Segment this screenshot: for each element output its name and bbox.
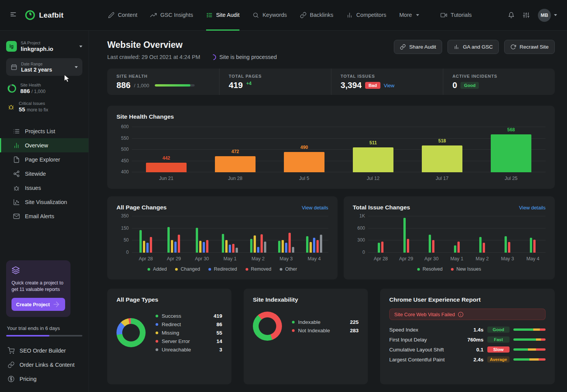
- view-issues-link[interactable]: View: [384, 83, 395, 88]
- bar-group: [160, 216, 188, 253]
- ga-gsc-button[interactable]: GA and GSC: [447, 40, 499, 54]
- share-audit-button[interactable]: Share Audit: [394, 40, 442, 54]
- legend-item: Other: [280, 266, 297, 272]
- project-selector[interactable]: lg SA Project linkgraph.io: [6, 41, 82, 52]
- filters-sliders-icon[interactable]: [523, 12, 529, 18]
- bar: [530, 238, 532, 253]
- nav-item-backlinks[interactable]: Backlinks: [300, 0, 333, 31]
- bar-value-label: 518: [438, 138, 446, 144]
- legend-item: Redirect86: [156, 320, 222, 328]
- sidebar-item-site-visualization[interactable]: Site Visualization: [0, 195, 88, 209]
- nav-item-tutorials[interactable]: Tutorials: [441, 0, 472, 31]
- bug-icon: [13, 185, 20, 191]
- metric-value: 1.4s: [464, 327, 483, 333]
- site-indexability-card: Site Indexability Indexable225Not Indexa…: [244, 289, 368, 384]
- sidebar-item-order-links-content[interactable]: Order Links & Content: [5, 358, 84, 372]
- legend-value: 86: [216, 322, 222, 327]
- chart-legend: AddedChangedRedirectedRemovedOther: [116, 266, 328, 272]
- arrow-right-icon: [52, 300, 61, 309]
- legend-dot: [292, 321, 295, 323]
- sidebar-item-pricing[interactable]: Pricing: [5, 372, 84, 386]
- core-web-vitals-warning: Site Core Web Vitals Failed: [389, 309, 546, 320]
- legend-dot: [451, 268, 454, 271]
- recrawl-site-button[interactable]: Recrawl Site: [504, 40, 555, 54]
- x-axis-label: May 4: [300, 256, 328, 261]
- create-project-button[interactable]: Create Project: [11, 298, 65, 311]
- legend-label: Missing: [162, 330, 179, 336]
- primary-nav: Content GSC Insights Site Audit Keywords…: [108, 0, 472, 31]
- sidebar-item-issues[interactable]: Issues: [0, 181, 88, 195]
- sidebar-item-label: Issues: [25, 185, 41, 191]
- stat-value: 3,394: [341, 81, 362, 90]
- legend-value: 3: [219, 347, 222, 353]
- nav-item-more[interactable]: More: [399, 0, 419, 31]
- bar-value-label: 472: [231, 149, 239, 154]
- sidebar-item-email-alerts[interactable]: Email Alerts: [0, 209, 88, 223]
- page-title: Website Overview: [107, 40, 277, 50]
- list-icon: [13, 128, 20, 135]
- legend-dot: [147, 268, 150, 271]
- user-menu[interactable]: MB: [538, 9, 557, 22]
- nav-item-keywords[interactable]: Keywords: [252, 0, 287, 31]
- bar-chart-icon: [346, 12, 353, 18]
- metric-badge: Good: [487, 327, 510, 333]
- create-project-label: Create Project: [16, 302, 50, 307]
- view-details-link[interactable]: View details: [302, 205, 328, 211]
- nav-label: More: [399, 12, 412, 18]
- bar: [250, 239, 252, 253]
- layers-icon: [11, 266, 20, 274]
- stats-strip: SITE HEALTH 886 / 1,000 TOTAL PAGES 419 …: [107, 69, 555, 95]
- metric-name: First Input Delay: [389, 337, 460, 343]
- date-range-selector[interactable]: Date Range Last 2 years: [6, 58, 82, 76]
- chevron-down-icon: [79, 46, 82, 47]
- bar: [143, 241, 145, 253]
- metric-name: Speed Index: [389, 327, 460, 333]
- stat-label: TOTAL PAGES: [229, 74, 322, 78]
- sidebar-item-projects-list[interactable]: Projects List: [0, 124, 88, 138]
- brand[interactable]: Leafbit: [25, 10, 64, 20]
- nav-item-competitors[interactable]: Competitors: [346, 0, 386, 31]
- bar: [167, 227, 170, 253]
- legend-item: Unreachable3: [156, 345, 222, 354]
- hamburger-menu-icon[interactable]: [10, 11, 16, 19]
- stat-delta: +4: [246, 81, 252, 86]
- bar: [236, 248, 238, 253]
- total-issue-changes-card: Total Issue Changes View details 0300600…: [344, 196, 555, 279]
- legend-label: Changed: [180, 266, 200, 272]
- legend-item: Added: [147, 266, 167, 272]
- view-details-link[interactable]: View details: [519, 205, 546, 211]
- trial-progress-bar: [6, 335, 82, 336]
- sidebar-item-seo-order-builder[interactable]: SEO Order Builder: [5, 343, 84, 358]
- nav-item-content[interactable]: Content: [108, 0, 138, 31]
- metric-row: Largest Contentful Paint2.4sAverage: [389, 354, 546, 364]
- legend-value: 419: [213, 313, 222, 319]
- legend-dot: [156, 323, 158, 326]
- x-axis-label: Jun 28: [201, 176, 270, 181]
- sidebar-item-page-explorer[interactable]: Page Explorer: [0, 152, 88, 167]
- sidebar-item-sitewide[interactable]: Sitewide: [0, 167, 88, 181]
- nav-item-site-audit[interactable]: Site Audit: [206, 0, 239, 31]
- link-icon: [8, 361, 15, 368]
- legend-label: Resolved: [423, 266, 442, 272]
- sidebar-item-overview[interactable]: Overview: [0, 138, 88, 152]
- bar-group: [495, 216, 520, 253]
- legend-dot: [280, 268, 282, 271]
- bar-group: [132, 216, 160, 253]
- bars-row: [132, 216, 328, 253]
- sidebar-site-health: Site Health 886 / 1,000: [6, 83, 82, 94]
- bar-value-label: 442: [162, 155, 170, 161]
- x-axis-label: Apr 30: [419, 256, 444, 261]
- bar-group: [520, 216, 546, 253]
- notifications-bell-icon[interactable]: [508, 12, 515, 18]
- x-axis-label: Jul 5: [270, 176, 339, 181]
- y-axis-label: 600: [115, 124, 129, 129]
- stat-value: 886: [116, 81, 131, 90]
- x-axis-label: May 2: [469, 256, 495, 261]
- card-title: All Page Types: [116, 296, 158, 303]
- stat-total-pages: TOTAL PAGES 419 +4: [219, 69, 331, 95]
- bar: [422, 145, 462, 172]
- bar-cell: 511: [339, 127, 408, 172]
- stat-total: / 1,000: [134, 83, 149, 88]
- x-axis-label: Apr 28: [368, 256, 393, 261]
- nav-item-gsc-insights[interactable]: GSC Insights: [150, 0, 193, 31]
